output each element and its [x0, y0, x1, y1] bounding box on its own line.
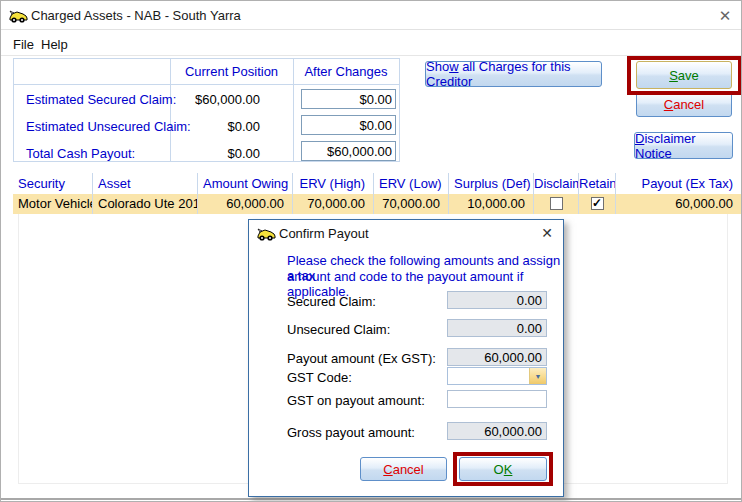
cell-retain: ✓ [579, 194, 616, 214]
gst-code-combobox[interactable]: ▼ [447, 367, 547, 385]
column-header-surplus-def[interactable]: Surplus (Def) [449, 173, 534, 194]
button-label: Sho [426, 59, 449, 74]
button-label: ave [678, 68, 699, 83]
button-label: O [494, 462, 504, 477]
dialog-close-icon[interactable]: ✕ [537, 225, 557, 243]
button-label: C [664, 97, 673, 112]
menu-bar: File Help [1, 30, 741, 56]
gross-payout-field [447, 422, 547, 440]
button-label: C [383, 462, 392, 477]
summary-after-unsecured-input[interactable] [301, 115, 396, 135]
disclaim-checkbox[interactable] [550, 197, 563, 210]
summary-label-unsecured: Estimated Unsecured Claim: [26, 119, 191, 134]
gst-code-value[interactable] [448, 368, 529, 384]
dialog-cancel-button[interactable]: Cancel [360, 457, 447, 481]
column-header-security[interactable]: Security [13, 173, 93, 194]
button-label: D [635, 131, 644, 146]
unsecured-claim-field [447, 319, 547, 337]
cell-asset: Colorado Ute 2015 [93, 194, 198, 214]
gst-on-payout-label: GST on payout amount: [287, 393, 425, 408]
cell-disclaim [534, 194, 579, 214]
summary-header-after: After Changes [293, 64, 399, 79]
charged-assets-window: Charged Assets - NAB - South Yarra ✕ Fil… [0, 0, 742, 502]
unsecured-claim-label: Unsecured Claim: [287, 322, 390, 337]
summary-after-secured-input[interactable] [301, 89, 396, 109]
summary-after-total-input[interactable] [301, 141, 396, 161]
gst-code-label: GST Code: [287, 370, 352, 385]
summary-current-unsecured: $0.00 [170, 119, 260, 134]
button-label: ancel [673, 97, 704, 112]
check-icon: ✓ [592, 198, 602, 209]
cell-erv-low: 70,000.00 [374, 194, 449, 214]
menu-help[interactable]: Help [35, 35, 74, 54]
dialog-car-icon [257, 227, 276, 242]
summary-panel: Current Position After Changes Estimated… [13, 58, 400, 162]
summary-label-secured: Estimated Secured Claim: [26, 92, 176, 107]
dialog-ok-button[interactable]: OK [459, 457, 547, 481]
app-car-icon [9, 9, 28, 24]
payout-ex-gst-label: Payout amount (Ex GST): [287, 351, 436, 366]
button-label: S [669, 68, 678, 83]
summary-header-current: Current Position [170, 64, 293, 79]
secured-claim-label: Secured Claim: [287, 294, 376, 309]
close-icon[interactable]: ✕ [715, 7, 735, 25]
button-label: K [504, 462, 513, 477]
column-header-disclaim[interactable]: Disclaim [534, 173, 579, 194]
summary-current-total: $0.00 [170, 146, 260, 161]
save-button[interactable]: Save [636, 61, 732, 89]
cell-amount-owing: 60,000.00 [198, 194, 293, 214]
title-bar: Charged Assets - NAB - South Yarra ✕ [1, 1, 741, 30]
chevron-down-icon[interactable]: ▼ [529, 368, 546, 384]
column-header-amount-owing[interactable]: Amount Owing [198, 173, 293, 194]
gross-payout-label: Gross payout amount: [287, 425, 415, 440]
grid-header-row: Security Asset Amount Owing ERV (High) E… [13, 173, 741, 194]
show-all-charges-button[interactable]: Show all Charges for this Creditor [425, 61, 602, 87]
cell-security: Motor Vehicle [13, 194, 93, 214]
gst-on-payout-field[interactable] [447, 390, 547, 408]
asset-row[interactable]: Motor Vehicle Colorado Ute 2015 60,000.0… [13, 194, 741, 214]
window-title: Charged Assets - NAB - South Yarra [31, 8, 241, 23]
button-label: isclaimer Notice [635, 131, 696, 161]
column-header-payout-ex-tax[interactable]: Payout (Ex Tax) [616, 173, 741, 194]
dialog-title: Confirm Payout [279, 226, 369, 241]
disclaimer-notice-button[interactable]: Disclaimer Notice [634, 132, 733, 159]
confirm-payout-dialog: Confirm Payout ✕ Please check the follow… [248, 219, 564, 497]
column-header-retain[interactable]: Retain [579, 173, 616, 194]
summary-label-total: Total Cash Payout: [26, 146, 135, 161]
summary-current-secured: $60,000.00 [170, 92, 260, 107]
button-label: ancel [393, 462, 424, 477]
cancel-button[interactable]: Cancel [636, 91, 732, 117]
cell-erv-high: 70,000.00 [293, 194, 374, 214]
column-header-erv-high[interactable]: ERV (High) [293, 173, 374, 194]
column-header-erv-low[interactable]: ERV (Low) [374, 173, 449, 194]
payout-ex-gst-field [447, 348, 547, 366]
button-label: w [449, 59, 458, 74]
secured-claim-field [447, 291, 547, 309]
cell-surplus-def: 10,000.00 [449, 194, 534, 214]
cell-payout-ex-tax: 60,000.00 [616, 194, 741, 214]
divider [14, 84, 399, 85]
column-header-asset[interactable]: Asset [93, 173, 198, 194]
window-bottom-border [1, 498, 741, 500]
retain-checkbox[interactable]: ✓ [591, 197, 604, 210]
